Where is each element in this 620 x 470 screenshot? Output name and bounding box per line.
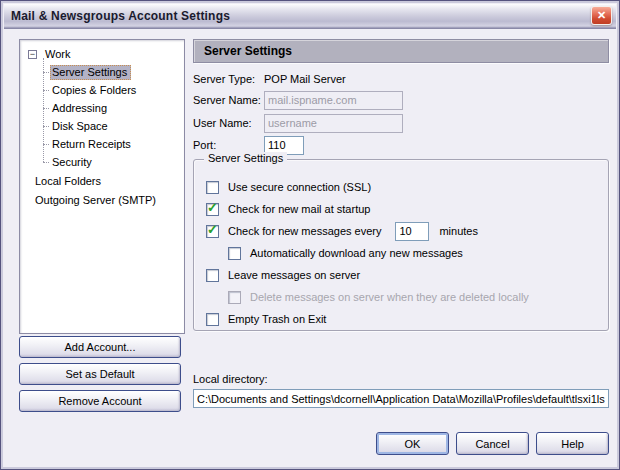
checkbox-label[interactable]: Check for new mail at startup (228, 203, 370, 215)
tree-item-label: Work (42, 47, 73, 61)
groupbox-body: ✓ Use secure connection (SSL) ✓ Check fo… (206, 180, 600, 334)
tree-item-copies-folders[interactable]: Copies & Folders (43, 81, 182, 99)
tree-children-group: Server Settings Copies & Folders Address… (43, 63, 182, 171)
checkbox-row-auto-download: ✓ Automatically download any new message… (228, 246, 600, 260)
title-bar[interactable]: Mail & Newsgroups Account Settings ✕ (4, 4, 616, 29)
checkbox-check-interval[interactable]: ✓ (206, 225, 219, 238)
ok-button[interactable]: OK (376, 432, 449, 455)
tree-item-label: Return Receipts (50, 137, 135, 152)
remove-account-button[interactable]: Remove Account (19, 390, 181, 412)
checkbox-row-empty-trash: ✓ Empty Trash on Exit (206, 312, 600, 326)
checkmark-icon: ✓ (207, 200, 218, 215)
panel-title: Server Settings (204, 44, 292, 58)
tree-item-label: Addressing (50, 101, 111, 116)
checkbox-row-leave-messages: ✓ Leave messages on server (206, 268, 600, 282)
set-as-default-button[interactable]: Set as Default (19, 363, 181, 385)
server-type-row: Server Type: POP Mail Server (193, 69, 346, 89)
server-type-label: Server Type: (193, 73, 264, 85)
groupbox-title: Server Settings (204, 152, 287, 164)
checkbox-label[interactable]: Use secure connection (SSL) (228, 181, 371, 193)
local-directory-label: Local directory: (193, 373, 268, 385)
account-tree[interactable]: − Work Server Settings Copies & Folders … (19, 39, 185, 334)
user-name-row: User Name: (193, 113, 403, 133)
checkbox-label[interactable]: Automatically download any new messages (250, 247, 463, 259)
checkbox-row-delete-messages: ✓ Delete messages on server when they ar… (228, 290, 600, 304)
checkmark-icon: ✓ (207, 222, 218, 237)
tree-connector (43, 72, 49, 73)
tree-item-outgoing-server[interactable]: Outgoing Server (SMTP) (20, 190, 182, 209)
tree-item-return-receipts[interactable]: Return Receipts (43, 135, 182, 153)
checkbox-label[interactable]: Check for new messages every (228, 225, 381, 237)
local-directory-field[interactable] (193, 389, 609, 408)
checkbox-label[interactable]: Empty Trash on Exit (228, 313, 326, 325)
tree-item-work[interactable]: − Work (20, 45, 182, 63)
tree-item-label: Security (50, 155, 96, 170)
checkbox-label: Delete messages on server when they are … (250, 291, 529, 303)
panel-header: Server Settings (193, 39, 609, 63)
tree-item-security[interactable]: Security (43, 153, 182, 171)
checkbox-use-ssl[interactable]: ✓ (206, 181, 219, 194)
checkbox-check-startup[interactable]: ✓ (206, 203, 219, 216)
checkbox-row-check-interval: ✓ Check for new messages every minutes (206, 224, 600, 238)
tree-connector (43, 126, 49, 127)
close-icon[interactable]: ✕ (591, 6, 612, 25)
checkbox-row-ssl: ✓ Use secure connection (SSL) (206, 180, 600, 194)
tree-item-label: Outgoing Server (SMTP) (35, 194, 156, 206)
tree-item-label: Local Folders (35, 175, 101, 187)
checkbox-label[interactable]: Leave messages on server (228, 269, 360, 281)
checkbox-leave-messages[interactable]: ✓ (206, 269, 219, 282)
tree-connector (43, 162, 49, 163)
tree-connector (43, 90, 49, 91)
tree-connector (43, 108, 49, 109)
tree-connector (43, 144, 49, 145)
checkbox-row-check-startup: ✓ Check for new mail at startup (206, 202, 600, 216)
tree-item-addressing[interactable]: Addressing (43, 99, 182, 117)
add-account-button[interactable]: Add Account... (19, 336, 181, 358)
user-name-label: User Name: (193, 117, 264, 129)
tree-item-label-selected: Server Settings (50, 65, 131, 80)
user-name-field (264, 114, 403, 133)
tree-item-disk-space[interactable]: Disk Space (43, 117, 182, 135)
port-label: Port: (193, 139, 264, 151)
tree-expander-minus-icon[interactable]: − (28, 50, 37, 59)
server-name-label: Server Name: (193, 94, 264, 106)
minutes-label: minutes (439, 225, 478, 237)
tree-item-label: Disk Space (50, 119, 112, 134)
cancel-button[interactable]: Cancel (456, 432, 529, 455)
checkbox-auto-download[interactable]: ✓ (228, 247, 241, 260)
help-button[interactable]: Help (536, 432, 609, 455)
window-title: Mail & Newsgroups Account Settings (4, 9, 230, 23)
server-name-field (264, 91, 403, 110)
tree-item-label: Copies & Folders (50, 83, 140, 98)
checkbox-delete-messages: ✓ (228, 291, 241, 304)
server-type-value: POP Mail Server (264, 73, 346, 85)
account-settings-dialog: Mail & Newsgroups Account Settings ✕ − W… (0, 0, 620, 470)
interval-minutes-field[interactable] (395, 222, 429, 241)
server-settings-groupbox: Server Settings ✓ Use secure connection … (193, 159, 609, 331)
tree-item-local-folders[interactable]: Local Folders (20, 171, 182, 190)
tree-item-server-settings[interactable]: Server Settings (43, 63, 182, 81)
server-name-row: Server Name: (193, 90, 403, 110)
checkbox-empty-trash[interactable]: ✓ (206, 313, 219, 326)
